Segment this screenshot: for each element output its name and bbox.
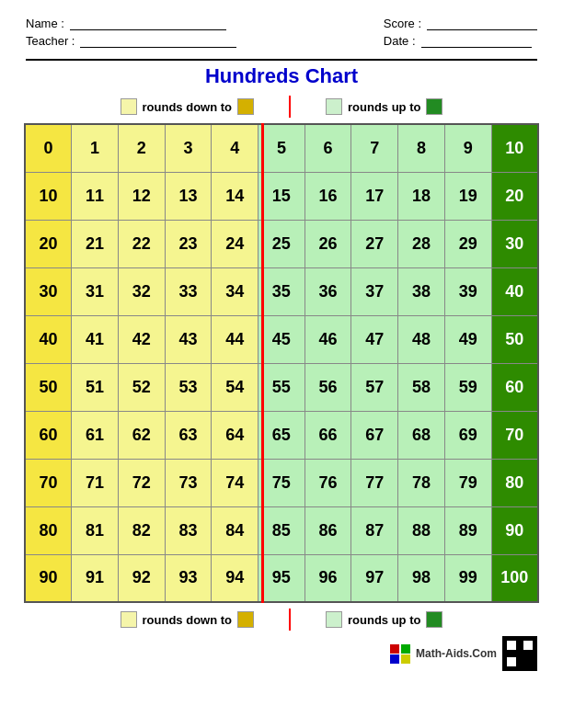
table-cell: 93 [165,554,212,602]
table-cell: 76 [304,459,351,506]
footer-rounds-up-label: rounds up to [348,613,420,627]
date-label: Date : [384,34,416,48]
table-cell: 56 [304,363,351,411]
header-left: Name : Teacher : [26,17,236,48]
table-cell: 53 [165,363,212,411]
table-cell: 71 [72,459,119,506]
table-cell: 89 [444,506,491,554]
logo-red-sq [390,644,399,654]
date-row: Date : [384,34,537,48]
chart-title: Hundreds Chart [205,64,358,88]
table-cell: 5 [259,124,305,172]
teacher-label: Teacher : [26,34,75,48]
table-cell: 11 [72,172,119,220]
score-label: Score : [384,17,421,30]
table-cell: 50 [491,315,538,363]
table-cell: 55 [259,363,305,411]
footer-legend-darkgreen-box [426,611,442,628]
table-cell: 37 [351,267,398,315]
table-cell: 73 [165,459,212,506]
table-cell: 7 [351,124,398,172]
table-cell: 68 [398,411,445,459]
legend-yellow-box [121,98,137,115]
hundreds-chart-table: 0123456789101011121314151617181920202122… [24,123,539,603]
table-cell: 77 [351,459,398,506]
footer-legend-rounds-down: rounds down to [121,611,254,628]
table-cell: 14 [212,172,259,220]
table-cell: 38 [398,267,445,315]
table-cell: 87 [351,506,398,554]
table-cell: 8 [398,124,445,172]
table-cell: 26 [304,220,351,267]
header-divider [26,59,537,61]
table-cell: 98 [398,554,445,602]
branding-section: Math-Aids.Com [26,636,537,671]
logo-bottom-row [390,654,410,664]
table-cell: 67 [351,411,398,459]
table-cell: 83 [165,506,212,554]
table-cell: 91 [72,554,119,602]
table-cell: 23 [165,220,212,267]
table-cell: 31 [72,267,119,315]
table-row: 1011121314151617181920 [25,172,538,220]
table-row: 4041424344454647484950 [25,315,538,363]
logo-yellow-sq [401,654,410,664]
table-cell: 62 [118,411,165,459]
legend-lightgreen-box [326,98,342,115]
table-row: 3031323334353637383940 [25,267,538,315]
table-cell: 79 [444,459,491,506]
table-cell: 19 [444,172,491,220]
table-row: 6061626364656667686970 [25,411,538,459]
legend-darkgreen-box [426,98,442,115]
table-cell: 90 [25,554,72,602]
table-cell: 2 [118,124,165,172]
table-cell: 61 [72,411,119,459]
table-cell: 40 [491,267,538,315]
table-cell: 24 [212,220,259,267]
table-cell: 43 [165,315,212,363]
table-cell: 6 [304,124,351,172]
table-cell: 47 [351,315,398,363]
table-cell: 48 [398,315,445,363]
header-right: Score : Date : [384,17,537,48]
table-cell: 88 [398,506,445,554]
table-cell: 82 [118,506,165,554]
header-section: Name : Teacher : Score : Date : [26,17,537,48]
table-cell: 41 [72,315,119,363]
table-cell: 30 [491,220,538,267]
table-row: 5051525354555657585960 [25,363,538,411]
teacher-input-line[interactable] [80,35,236,48]
table-cell: 90 [491,506,538,554]
table-cell: 42 [118,315,165,363]
table-cell: 20 [25,220,72,267]
table-cell: 30 [25,267,72,315]
table-cell: 65 [259,411,305,459]
table-cell: 92 [118,554,165,602]
score-input-line[interactable] [427,17,537,30]
legend-rounds-down: rounds down to [121,98,254,115]
table-cell: 3 [165,124,212,172]
table-cell: 66 [304,411,351,459]
rounds-down-label: rounds down to [143,100,232,114]
footer-legend-darkyellow-box [237,611,254,628]
table-cell: 60 [491,363,538,411]
table-cell: 75 [259,459,305,506]
date-input-line[interactable] [421,35,532,48]
qr-corner-tl [505,639,518,652]
table-cell: 45 [259,315,305,363]
table-row: 2021222324252627282930 [25,220,538,267]
bottom-legend: rounds down to rounds up to [26,609,537,631]
table-cell: 97 [351,554,398,602]
score-row: Score : [384,17,537,30]
teacher-row: Teacher : [26,34,236,48]
top-legend: rounds down to rounds up to [26,96,537,118]
table-cell: 20 [491,172,538,220]
table-cell: 16 [304,172,351,220]
table-cell: 39 [444,267,491,315]
table-cell: 0 [25,124,72,172]
name-input-line[interactable] [70,17,226,30]
name-label: Name : [26,17,64,30]
table-cell: 29 [444,220,491,267]
table-cell: 35 [259,267,305,315]
table-cell: 40 [25,315,72,363]
